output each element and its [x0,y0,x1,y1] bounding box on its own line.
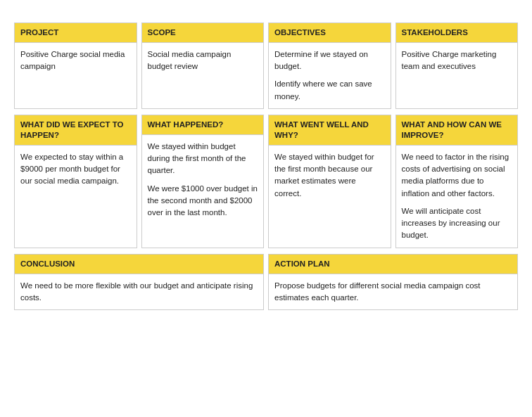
cell-text: Positive Charge social media campaign [20,49,131,73]
cell-body: Positive Charge marketing team and execu… [396,43,518,79]
table-cell: ACTION PLANPropose budgets for different… [268,254,518,310]
cell-header: WHAT HAPPENED? [142,115,264,135]
cell-header: WHAT AND HOW CAN WE IMPROVE? [396,115,518,146]
cell-body: We need to factor in the rising costs of… [396,146,518,248]
cell-header: CONCLUSION [15,255,263,274]
section-3: CONCLUSIONWe need to be more flexible wi… [14,254,518,310]
cell-header: WHAT WENT WELL AND WHY? [269,115,391,146]
table-cell: SCOPESocial media campaign budget review [141,23,265,109]
cell-header: STAKEHOLDERS [396,23,518,43]
table-cell: STAKEHOLDERSPositive Charge marketing te… [395,23,519,109]
cell-text: We expected to stay within a $9000 per m… [20,151,131,188]
cell-header: WHAT DID WE EXPECT TO HAPPEN? [15,115,137,146]
cell-body: Positive Charge social media campaign [15,43,137,79]
cell-body: Social media campaign budget review [142,43,264,79]
cell-text: Positive Charge marketing team and execu… [402,49,512,73]
cell-body: Determine if we stayed on budget.Identif… [269,43,391,108]
table-cell: CONCLUSIONWe need to be more flexible wi… [14,254,264,310]
cell-body: We stayed within budget for the first mo… [269,146,391,205]
cell-text: We need to be more flexible with our bud… [20,280,258,304]
cell-body: Propose budgets for different social med… [269,274,517,310]
section-1: PROJECTPositive Charge social media camp… [14,23,518,109]
cell-text: We were $1000 over budget in the second … [148,183,258,219]
table-cell: PROJECTPositive Charge social media camp… [14,23,137,109]
cell-text: We stayed within budget during the first… [148,141,258,177]
cell-text: Identify where we can save money. [274,78,385,103]
section-2: WHAT DID WE EXPECT TO HAPPEN?We expected… [14,115,518,248]
table-cell: WHAT HAPPENED?We stayed within budget du… [141,115,265,248]
cell-text: We will anticipate cost increases by inc… [402,205,512,242]
cell-header: SCOPE [142,23,264,43]
cell-text: Social media campaign budget review [148,49,258,73]
cell-body: We stayed within budget during the first… [142,135,264,225]
cell-header: OBJECTIVES [269,23,391,43]
table-cell: OBJECTIVESDetermine if we stayed on budg… [268,23,391,109]
table-cell: WHAT DID WE EXPECT TO HAPPEN?We expected… [14,115,137,248]
cell-body: We expected to stay within a $9000 per m… [15,146,137,193]
table-cell: WHAT AND HOW CAN WE IMPROVE?We need to f… [395,115,519,248]
cell-text: Propose budgets for different social med… [274,280,512,304]
cell-header: PROJECT [15,23,137,43]
cell-body: We need to be more flexible with our bud… [15,274,263,310]
cell-text: We need to factor in the rising costs of… [402,151,512,200]
table-cell: WHAT WENT WELL AND WHY?We stayed within … [268,115,391,248]
cell-header: ACTION PLAN [269,255,517,274]
cell-text: Determine if we stayed on budget. [274,49,385,73]
cell-text: We stayed within budget for the first mo… [274,151,385,200]
